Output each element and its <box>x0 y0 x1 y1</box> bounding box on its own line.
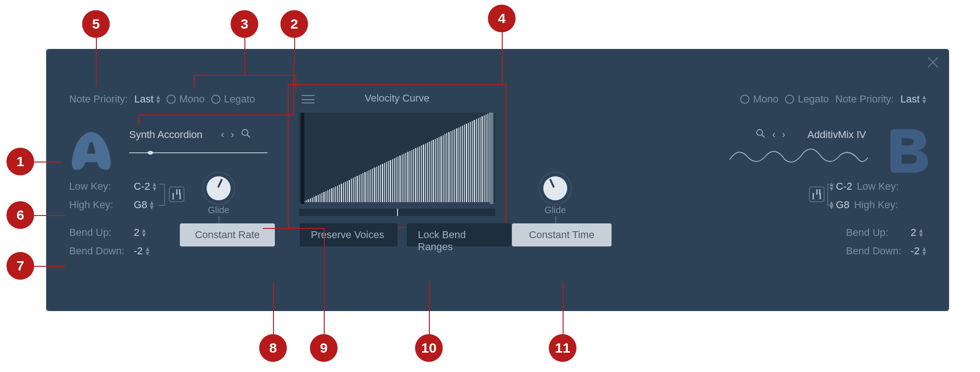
callout-leader <box>295 75 296 89</box>
high-key-label: High Key: <box>854 199 923 211</box>
note-priority-label-b: Note Priority: <box>835 93 894 105</box>
search-icon[interactable] <box>241 128 251 141</box>
layer-b-top-row: Mono Legato Note Priority: Last ▴▾ <box>740 93 926 105</box>
bend-down-value-b[interactable]: -2▴▾ <box>910 245 926 257</box>
key-range-a: Low Key: C-2▴▾ High Key: G8▴▾ <box>69 177 156 214</box>
layer-settings-panel: Note Priority: Last ▴▾ Mono Legato Mono … <box>46 49 949 311</box>
svg-point-0 <box>242 130 248 136</box>
lock-bend-ranges-button[interactable]: Lock Bend Ranges <box>407 223 511 246</box>
callout-leader <box>324 228 325 334</box>
callout-leader <box>293 64 294 115</box>
high-key-value-a[interactable]: G8▴▾ <box>134 199 154 211</box>
svg-line-1 <box>247 135 249 138</box>
search-icon[interactable] <box>755 128 766 141</box>
callout-leader <box>34 266 65 267</box>
callout-leader <box>294 38 295 64</box>
glide-mode-button-b[interactable]: Constant Time <box>512 223 612 246</box>
glide-label: Glide <box>207 205 231 216</box>
callout-badge: 7 <box>6 252 34 280</box>
velocity-min-slider[interactable] <box>301 113 304 204</box>
velocity-curve-plot[interactable] <box>299 113 495 202</box>
close-icon[interactable] <box>926 55 940 69</box>
preserve-voices-button[interactable]: Preserve Voices <box>300 223 398 246</box>
callout-badge: 8 <box>259 334 287 362</box>
note-priority-dropdown-b[interactable]: Last ▴▾ <box>900 93 926 105</box>
glide-knob-a[interactable] <box>207 176 231 200</box>
next-preset-icon[interactable]: › <box>231 129 234 141</box>
callout-leader <box>429 282 430 334</box>
callout-leader <box>138 114 294 115</box>
preset-name-a[interactable]: Synth Accordion <box>129 129 202 141</box>
keyboard-icon[interactable] <box>809 186 825 202</box>
keyboard-icon[interactable] <box>169 186 184 202</box>
glide-knob-b[interactable] <box>543 176 567 200</box>
preset-waveform-a <box>129 152 267 153</box>
bend-range-b: Bend Up: 2▴▾ Bend Down: -2▴▾ <box>846 223 926 260</box>
bend-up-label: Bend Up: <box>69 227 129 239</box>
svg-line-3 <box>762 135 765 138</box>
prev-preset-icon[interactable]: ‹ <box>221 129 224 141</box>
callout-leader <box>563 282 564 334</box>
note-priority-dropdown-a[interactable]: Last ▴▾ <box>134 93 160 105</box>
stepper-icon: ▴▾ <box>922 95 926 104</box>
callout-badge: 5 <box>82 10 110 38</box>
bend-down-value-a[interactable]: -2▴▾ <box>134 245 149 257</box>
stepper-icon: ▴▾ <box>156 95 160 104</box>
bracket-icon <box>827 184 834 206</box>
bend-range-a: Bend Up: 2▴▾ Bend Down: -2▴▾ <box>69 223 149 260</box>
bend-up-value-a[interactable]: 2▴▾ <box>134 227 146 239</box>
callout-leader <box>194 75 296 76</box>
legato-radio-b[interactable]: Legato <box>785 93 829 105</box>
callout-leader <box>273 282 274 334</box>
key-range-b: Low Key: C-2▴▾ High Key: G8▴▾ <box>830 177 926 214</box>
mono-radio-b[interactable]: Mono <box>740 93 778 105</box>
glide-mode-button-a[interactable]: Constant Rate <box>180 223 275 246</box>
mono-radio-a[interactable]: Mono <box>166 93 205 105</box>
bend-down-label: Bend Down: <box>69 245 129 257</box>
connector-line <box>555 216 556 223</box>
callout-badge: 9 <box>310 334 338 362</box>
legato-radio-a[interactable]: Legato <box>211 93 255 105</box>
callout-leader <box>502 32 503 84</box>
callout-leader <box>138 114 139 125</box>
velocity-curve-section: Velocity Curve <box>288 84 506 228</box>
callout-leader <box>34 215 65 216</box>
callout-leader <box>244 38 245 75</box>
callout-leader <box>96 38 97 87</box>
callout-badge: 10 <box>415 334 443 362</box>
bend-up-label: Bend Up: <box>846 227 906 239</box>
preset-picker-b: ‹ › AdditivMix IV <box>755 128 866 141</box>
velocity-center-tick <box>397 209 398 216</box>
prev-preset-icon[interactable]: ‹ <box>772 129 775 141</box>
callout-badge: 11 <box>549 334 576 362</box>
next-preset-icon[interactable]: › <box>782 129 785 141</box>
callout-leader <box>263 228 325 229</box>
callout-leader <box>194 75 195 89</box>
callout-leader <box>34 162 62 162</box>
high-key-label: High Key: <box>69 199 129 211</box>
callout-badge: 2 <box>280 10 308 38</box>
velocity-curve-title: Velocity Curve <box>289 91 505 105</box>
velocity-max-slider[interactable] <box>490 113 493 204</box>
bracket-icon <box>159 184 165 206</box>
preset-name-b[interactable]: AdditivMix IV <box>808 129 866 141</box>
callout-badge: 1 <box>6 148 34 175</box>
layer-a-icon <box>64 122 119 177</box>
preset-picker-a: Synth Accordion ‹ › <box>129 128 251 141</box>
low-key-label: Low Key: <box>857 180 926 192</box>
low-key-value-a[interactable]: C-2▴▾ <box>134 180 156 192</box>
preset-waveform-b <box>730 141 868 169</box>
callout-badge: 3 <box>231 10 258 38</box>
layer-a-top-row: Note Priority: Last ▴▾ Mono Legato <box>69 93 255 105</box>
layer-b-icon <box>879 122 934 177</box>
connector-line <box>219 216 220 223</box>
svg-point-2 <box>757 130 763 136</box>
callout-badge: 4 <box>488 5 516 32</box>
glide-label: Glide <box>540 205 570 216</box>
note-priority-label: Note Priority: <box>69 93 128 105</box>
low-key-label: Low Key: <box>69 180 129 192</box>
bend-up-value-b[interactable]: 2▴▾ <box>910 227 922 239</box>
callout-badge: 6 <box>6 201 34 229</box>
bend-down-label: Bend Down: <box>846 245 906 257</box>
